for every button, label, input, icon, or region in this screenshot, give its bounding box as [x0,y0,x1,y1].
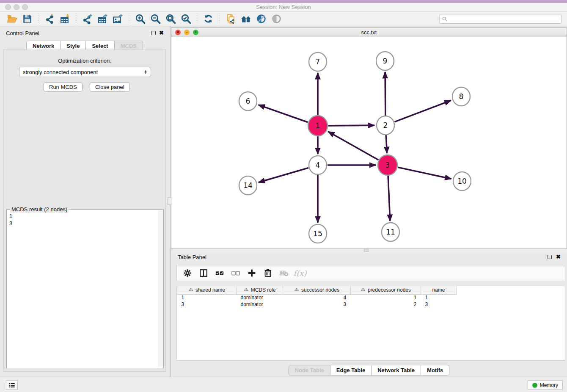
memory-label: Memory [540,382,558,388]
zoom-fit-icon[interactable] [163,13,178,25]
node-label: 14 [243,181,253,190]
search-box [439,14,562,24]
graph-node-11[interactable]: 11 [382,223,399,241]
import-table-icon[interactable] [57,13,72,25]
save-session-icon[interactable] [19,13,35,25]
export-network-icon[interactable] [80,13,95,25]
edge-2-9[interactable] [385,72,385,116]
home-view-icon[interactable] [238,13,253,25]
table-row[interactable]: 1dominator411 [177,294,457,301]
window-titlebar: Session: New Session [0,3,567,12]
import-network-icon[interactable] [42,13,57,25]
table-cell[interactable]: dominator [237,301,283,308]
graph-node-15[interactable]: 15 [309,224,327,243]
graph-node-7[interactable]: 7 [309,52,327,71]
graph-node-14[interactable]: 14 [239,176,257,195]
table-toolbar: f(x) [176,265,565,281]
result-scrollbar[interactable] [159,210,163,367]
node-label: 6 [246,97,250,105]
status-bar: Memory [0,377,567,392]
edge-4-14[interactable] [259,168,308,182]
column-header-shared-name[interactable]: shared name [177,286,237,294]
table-cell[interactable]: 2 [351,301,421,308]
tab-edge-table[interactable]: Edge Table [330,365,372,375]
column-header-MCDS-role[interactable]: MCDS role [237,286,283,294]
table-cell[interactable]: 1 [351,294,421,301]
edge-3-11[interactable] [388,176,390,221]
run-mcds-button[interactable]: Run MCDS [44,82,83,92]
export-table-icon[interactable] [95,13,110,25]
float-panel-icon[interactable] [151,31,156,35]
edge-2-8[interactable] [395,100,451,122]
graph-node-1[interactable]: 1 [308,116,328,136]
tab-network-table[interactable]: Network Table [372,365,421,375]
show-columns-icon[interactable] [196,267,211,279]
network-canvas[interactable]: 7968124314101511 [171,37,567,248]
delete-table-icon [277,267,291,279]
refresh-view-icon[interactable] [201,13,216,25]
table-panel: Table Panel ✖ f(x) shared name MCDS role… [171,252,567,377]
mcds-result-box: MCDS result (2 nodes) 1 3 [6,209,164,368]
zoom-selected-icon[interactable] [178,13,193,25]
node-label: 7 [316,58,320,66]
table-cell[interactable]: 3 [421,301,457,308]
export-image-icon[interactable] [110,13,125,25]
graph-node-4[interactable]: 4 [309,156,327,174]
tab-motifs[interactable]: Motifs [421,365,449,375]
memory-status-icon [532,383,537,388]
search-input[interactable] [448,15,561,23]
optimization-criterion-select[interactable]: strongly connected component ▲▼ [19,67,151,77]
memory-button[interactable]: Memory [528,380,563,390]
table-cell[interactable]: 3 [177,301,237,308]
graph-node-6[interactable]: 6 [239,92,257,110]
unselect-all-columns-icon[interactable] [228,267,243,279]
edge-1-2[interactable] [328,125,374,126]
node-label: 4 [316,161,320,169]
hide-graphics-details-icon[interactable] [253,13,269,25]
duplicate-network-icon[interactable] [223,13,238,25]
graph-node-2[interactable]: 2 [377,116,394,135]
table-cell[interactable]: dominator [237,294,283,301]
delete-column-icon[interactable] [261,267,275,279]
task-history-button[interactable] [6,380,18,390]
network-window-titlebar[interactable]: ✕ − + scc.txt [171,28,567,37]
column-header-successor-nodes[interactable]: successor nodes [283,286,351,294]
graph-node-9[interactable]: 9 [376,52,394,70]
horizontal-divider-handle[interactable] [364,249,369,252]
function-builder-icon: f(x) [293,267,307,279]
attribute-type-icon [244,287,249,293]
graph-node-8[interactable]: 8 [452,87,470,106]
add-column-icon[interactable] [245,267,259,279]
node-label: 10 [457,177,467,185]
close-table-panel-icon[interactable]: ✖ [556,254,561,260]
birdseye-view-icon[interactable] [269,13,284,25]
list-icon [8,381,16,389]
open-file-icon[interactable] [4,13,19,25]
edge-3-10[interactable] [398,167,451,179]
table-cell[interactable]: 1 [421,294,457,301]
float-table-panel-icon[interactable] [548,255,552,259]
tab-node-table[interactable]: Node Table [289,365,330,375]
toolbar-group [223,13,284,25]
close-panel-icon[interactable]: ✖ [159,30,164,36]
table-row[interactable]: 3dominator323 [177,301,457,308]
edge-3-1[interactable] [328,132,378,160]
mcds-tab-content: Optimization criterion: strongly connect… [3,50,166,372]
zoom-in-icon[interactable] [132,13,148,25]
close-panel-button[interactable]: Close panel [90,82,130,92]
edge-2-3[interactable] [386,135,387,153]
search-icon [442,16,448,22]
graph-node-3[interactable]: 3 [378,155,397,175]
select-all-columns-icon[interactable] [212,267,227,279]
table-cell[interactable]: 1 [177,294,237,301]
table-settings-icon[interactable] [180,267,195,279]
column-header-predecessor-nodes[interactable]: predecessor nodes [351,286,421,294]
zoom-out-icon[interactable] [148,13,163,25]
node-label: 11 [386,228,395,236]
graph-node-10[interactable]: 10 [453,172,471,190]
table-panel-title: Table Panel [178,254,206,260]
edge-1-6[interactable] [259,105,308,122]
table-cell[interactable]: 4 [283,294,351,301]
table-cell[interactable]: 3 [283,301,351,308]
column-header-name[interactable]: name [421,286,457,294]
